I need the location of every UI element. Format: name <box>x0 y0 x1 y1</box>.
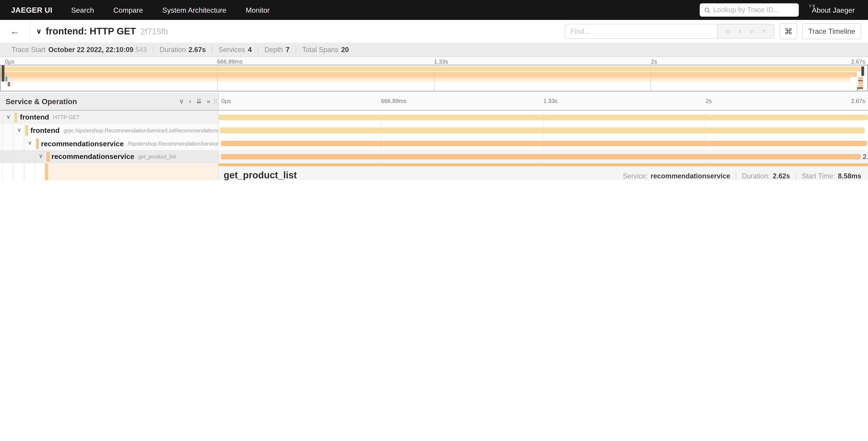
service-operation-header: Service & Operation ∨ › ⇊ » <box>0 93 219 110</box>
span-detail-panel: get_product_list Service:recommendations… <box>219 163 868 180</box>
column-resizer-handle[interactable] <box>214 98 217 104</box>
search-icon <box>704 7 710 13</box>
span-bar[interactable] <box>219 114 868 120</box>
nav-item-search[interactable]: Search <box>71 6 94 14</box>
chevron-down-icon[interactable]: ∨ <box>17 126 21 133</box>
span-row-selected[interactable]: ∨ recommendationservice get_product_list… <box>0 150 868 163</box>
span-row[interactable]: ∨ frontend HTTP GET <box>0 111 868 124</box>
trace-title: frontend: HTTP GET <box>46 26 136 37</box>
minimap-tick: 0μs <box>5 58 14 65</box>
timeline-tick: 1.33s <box>543 97 558 104</box>
minimap-span-tick-teal <box>5 77 7 82</box>
trace-minimap: 0μs 666.89ms 1.33s 2s 2.67s <box>0 57 868 93</box>
find-group: Find... ◎ ∧ ∨ ✕ <box>565 24 775 39</box>
nav-item-system-architecture[interactable]: System Architecture <box>162 6 226 14</box>
focus-target-icon[interactable]: ◎ <box>725 28 731 35</box>
minimap-span-fade <box>0 77 850 83</box>
chevron-down-icon[interactable]: ∨ <box>39 153 43 159</box>
expand-all-icon[interactable]: » <box>207 97 210 105</box>
find-clear-icon[interactable]: ✕ <box>762 28 767 35</box>
timeline-tick: 2.67s <box>851 97 865 104</box>
stat-depth: Depth 7 <box>258 46 296 54</box>
minimap-span-tick-brown <box>8 82 10 86</box>
tree-controls: ∨ › ⇊ » <box>179 97 210 105</box>
span-detail-title: get_product_list <box>223 170 297 180</box>
timeline-tick: 0μs <box>221 97 231 104</box>
span-row[interactable]: ∨ recommendationservice /hipstershop.Rec… <box>0 137 868 150</box>
span-color-band <box>46 151 50 162</box>
span-bar[interactable] <box>220 127 865 133</box>
minimap-tick: 2.67s <box>851 58 865 65</box>
timeline-ticks-header: 0μs 666.89ms 1.33s 2s 2.67s <box>219 93 868 110</box>
expand-one-icon[interactable]: › <box>189 97 191 105</box>
find-placeholder: Find... <box>570 27 590 35</box>
span-detail-accent-bar <box>219 163 868 166</box>
span-bar[interactable] <box>221 154 861 159</box>
chevron-down-icon[interactable]: ∨ <box>6 114 10 120</box>
about-jaeger-menu[interactable]: About Jaeger ∨ <box>812 6 855 14</box>
span-color-band <box>45 163 48 180</box>
find-next-icon[interactable]: ∨ <box>750 28 754 35</box>
minimap-tick: 1.33s <box>434 58 448 65</box>
jaeger-trace-page: JAEGER UI Search Compare System Architec… <box>0 0 868 180</box>
trace-id-short: 2f715fb <box>140 27 168 36</box>
minimap-tail-bar <box>858 77 863 79</box>
minimap-span-bar <box>0 66 864 71</box>
timeline-tick: 2s <box>706 97 712 104</box>
trace-lookup-placeholder: Lookup by Trace ID... <box>713 6 779 14</box>
minimap-tail-tick-teal <box>857 87 858 90</box>
find-controls: ◎ ∧ ∨ ✕ <box>717 24 775 39</box>
trace-stats-bar: Trace Start October 22 2022, 22:10:09 .5… <box>0 43 868 57</box>
collapse-one-icon[interactable]: ∨ <box>179 97 184 105</box>
trace-header: ← ∨ frontend: HTTP GET 2f715fb Find... ◎… <box>0 20 868 43</box>
minimap-tick-labels: 0μs 666.89ms 1.33s 2s 2.67s <box>0 57 868 65</box>
minimap-tick: 2s <box>651 58 657 65</box>
span-color-band <box>36 138 39 149</box>
minimap-right-drag-handle[interactable] <box>862 66 864 76</box>
span-detail-meta: Service:recommendationservice Duration:2… <box>617 172 862 180</box>
nav-items: Search Compare System Architecture Monit… <box>71 6 270 14</box>
minimap-canvas[interactable] <box>0 65 868 91</box>
minimap-left-drag-handle[interactable] <box>2 65 4 82</box>
nav-item-compare[interactable]: Compare <box>113 6 143 14</box>
stat-trace-start: Trace Start October 22 2022, 22:10:09 .5… <box>5 46 153 54</box>
collapse-all-icon[interactable]: ⇊ <box>196 97 202 105</box>
minimap-tail-bar <box>858 84 863 86</box>
chevron-down-icon[interactable]: ∨ <box>28 140 32 146</box>
keyboard-shortcuts-button[interactable]: ⌘ <box>779 23 797 39</box>
trace-lookup-input[interactable]: Lookup by Trace ID... <box>700 3 799 17</box>
column-header-label: Service & Operation <box>5 97 77 106</box>
span-row[interactable]: ∨ frontend grpc.hipstershop.Recommendati… <box>0 124 868 137</box>
find-input[interactable]: Find... <box>565 24 717 39</box>
nav-item-monitor[interactable]: Monitor <box>246 6 270 14</box>
timeline-grid-header: Service & Operation ∨ › ⇊ » 0μs 666.89ms… <box>0 93 868 111</box>
minimap-tail-bar <box>858 87 863 89</box>
app-brand[interactable]: JAEGER UI <box>11 6 52 14</box>
find-prev-icon[interactable]: ∧ <box>738 28 742 35</box>
span-color-band <box>14 112 17 122</box>
span-duration-label: 2.62s <box>863 153 868 160</box>
span-rows: ∨ frontend HTTP GET ∨ frontend grpc.hips… <box>0 111 868 180</box>
minimap-span-bar <box>0 72 857 77</box>
stat-total-spans: Total Spans 20 <box>296 46 355 54</box>
span-color-band <box>25 125 28 136</box>
chevron-down-icon: ∨ <box>808 3 812 8</box>
collapse-trace-icon[interactable]: ∨ <box>36 27 42 35</box>
span-bar[interactable] <box>221 141 867 146</box>
back-button[interactable]: ← <box>0 20 31 42</box>
span-detail-row: get_product_list Service:recommendations… <box>0 163 868 180</box>
stat-services: Services 4 <box>213 46 258 54</box>
stat-duration: Duration 2.67s <box>153 46 213 54</box>
minimap-tail-bar <box>858 80 863 82</box>
span-detail-indent-fill <box>48 163 218 180</box>
trace-view-selector[interactable]: Trace Timeline ∨ <box>802 23 861 39</box>
minimap-tick: 666.89ms <box>217 58 243 65</box>
minimap-tail-bar <box>858 82 863 84</box>
timeline-tick: 666.89ms <box>381 97 407 104</box>
top-nav: JAEGER UI Search Compare System Architec… <box>0 0 868 20</box>
chevron-down-icon: ∨ <box>812 3 815 8</box>
